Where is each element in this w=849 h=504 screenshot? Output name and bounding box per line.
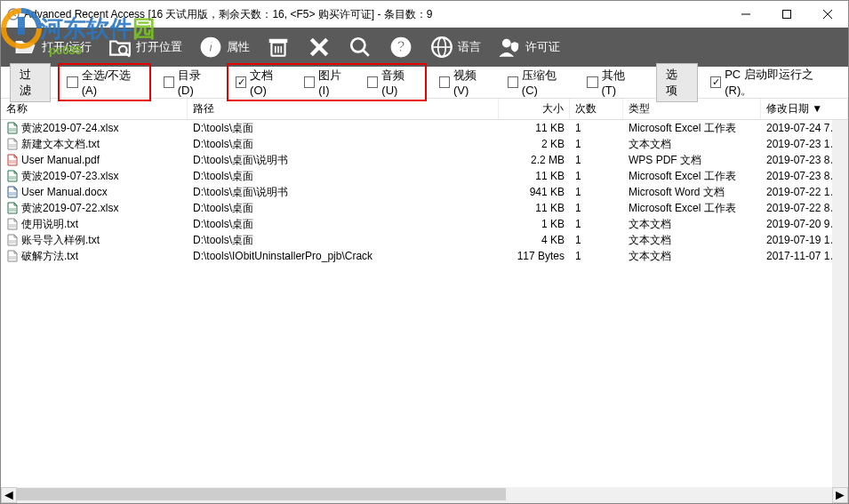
cell-count: 1 [570,122,623,134]
file-pdf-icon [6,154,19,166]
table-row[interactable]: 破解方法.txtD:\tools\IObitUninstallerPro_pjb… [1,248,848,264]
maximize-button[interactable] [766,1,807,28]
checkbox-icon [367,76,378,88]
checkbox-run-on-start[interactable]: ✓PC 启动即运行之(R)。 [705,65,839,100]
checkbox-icon: ✓ [710,76,721,88]
vertical-scrollbar[interactable] [832,120,848,487]
column-headers: 名称 路径 大小 次数 类型 修改日期 ▼ [1,99,848,120]
horizontal-scrollbar[interactable]: ◄ ► [1,487,848,503]
cell-name: 黄波2019-07-23.xlsx [1,169,188,184]
cell-count: 1 [570,170,623,182]
cell-count: 1 [570,138,623,150]
checkbox-video[interactable]: 视频(V) [434,66,495,99]
table-row[interactable]: 账号导入样例.txtD:\tools\桌面4 KB1文本文档2019-07-19… [1,232,848,248]
recycle-button[interactable] [260,31,296,63]
file-txt-icon [6,218,19,230]
header-name[interactable]: 名称 [1,99,188,119]
file-xls-icon [6,122,19,134]
svg-rect-29 [9,256,16,260]
license-button[interactable]: 许可证 [492,31,565,63]
cell-size: 2 KB [499,138,570,150]
cell-type: Microsoft Excel 工作表 [623,201,761,216]
header-type[interactable]: 类型 [623,99,761,119]
checkbox-image[interactable]: 图片(I) [299,66,355,99]
cell-type: 文本文档 [623,249,761,264]
scroll-right-icon[interactable]: ► [832,487,848,503]
svg-rect-21 [9,128,16,132]
language-button[interactable]: 语言 [424,31,486,63]
checkbox-icon [587,76,597,88]
file-list: 黄波2019-07-24.xlsxD:\tools\桌面11 KB1Micros… [1,120,848,476]
minimize-button[interactable] [725,1,766,28]
cell-name: 破解方法.txt [1,249,188,264]
scroll-track[interactable] [17,487,832,503]
header-path[interactable]: 路径 [188,99,499,119]
cell-path: D:\tools\桌面 [188,233,499,248]
open-folder-icon [13,35,38,60]
properties-button[interactable]: i 属性 [193,31,255,63]
file-txt-icon [6,138,19,150]
open-location-button[interactable]: 打开位置 [102,31,188,63]
file-txt-icon [6,250,19,262]
svg-text:?: ? [396,38,405,54]
table-row[interactable]: 黄波2019-07-23.xlsxD:\tools\桌面11 KB1Micros… [1,168,848,184]
cell-size: 11 KB [499,170,570,182]
file-xls-icon [6,202,19,214]
filter-bar: 过滤 全选/不选(A) 目录(D) ✓文档(O) 图片(I) 音频(U) 视频(… [1,67,848,99]
user-shield-icon [497,35,522,60]
table-row[interactable]: User Manual.pdfD:\tools\桌面\说明书2.2 MB1WPS… [1,152,848,168]
checkbox-icon [67,76,77,88]
cell-name: 黄波2019-07-22.xlsx [1,201,188,216]
cell-name: User Manual.pdf [1,154,188,166]
checkbox-archive[interactable]: 压缩包(C) [502,66,575,99]
open-run-button[interactable]: 打开/运行 [8,31,97,63]
app-icon [6,7,20,21]
trash-icon [266,35,291,60]
license-label: 许可证 [525,39,560,55]
cell-count: 1 [570,234,623,246]
titlebar: Advanced Recent Access [16 天试用版，剩余天数：16,… [1,1,848,28]
svg-line-14 [363,50,369,56]
close-button[interactable] [807,1,848,28]
location-folder-icon [108,35,132,60]
checkbox-audio[interactable]: 音频(U) [362,66,422,99]
table-row[interactable]: 新建文本文档.txtD:\tools\桌面2 KB1文本文档2019-07-23… [1,136,848,152]
checkbox-other[interactable]: 其他(T) [581,66,642,99]
cell-size: 117 Bytes [499,250,570,262]
info-icon: i [198,35,223,60]
cell-type: 文本文档 [623,217,761,232]
table-row[interactable]: 使用说明.txtD:\tools\桌面1 KB1文本文档2019-07-20 9… [1,216,848,232]
header-size[interactable]: 大小 [499,99,570,119]
search-button[interactable] [342,31,378,63]
svg-rect-22 [9,144,16,148]
delete-button[interactable] [301,31,337,63]
table-row[interactable]: 黄波2019-07-22.xlsxD:\tools\桌面11 KB1Micros… [1,200,848,216]
open-run-label: 打开/运行 [42,39,92,55]
file-xls-icon [6,170,19,182]
checkbox-select-all[interactable]: 全选/不选(A) [61,66,147,99]
filter-label[interactable]: 过滤 [10,63,51,102]
cell-count: 1 [570,186,623,198]
checkbox-icon [439,76,450,88]
cell-count: 1 [570,250,623,262]
cell-size: 2.2 MB [499,154,570,166]
checkbox-directory[interactable]: 目录(D) [158,66,220,99]
scroll-thumb[interactable] [17,488,506,500]
help-button[interactable]: ? [383,31,419,63]
checkbox-document[interactable]: ✓文档(O) [230,66,292,99]
cell-name: 新建文本文档.txt [1,137,188,152]
help-icon: ? [388,35,413,60]
table-row[interactable]: User Manual.docxD:\tools\桌面\说明书941 KB1Mi… [1,184,848,200]
svg-rect-27 [9,224,16,228]
cell-path: D:\tools\桌面\说明书 [188,153,499,168]
scroll-left-icon[interactable]: ◄ [1,487,17,503]
svg-rect-23 [9,160,16,164]
toolbar: 打开/运行 打开位置 i 属性 ? 语言 许可证 [1,28,848,67]
table-row[interactable]: 黄波2019-07-24.xlsxD:\tools\桌面11 KB1Micros… [1,120,848,136]
options-label[interactable]: 选项 [656,63,697,102]
svg-rect-26 [9,208,16,212]
cell-name: 账号导入样例.txt [1,233,188,248]
header-modified[interactable]: 修改日期 ▼ [761,99,848,119]
header-count[interactable]: 次数 [570,99,623,119]
globe-icon [429,35,454,60]
